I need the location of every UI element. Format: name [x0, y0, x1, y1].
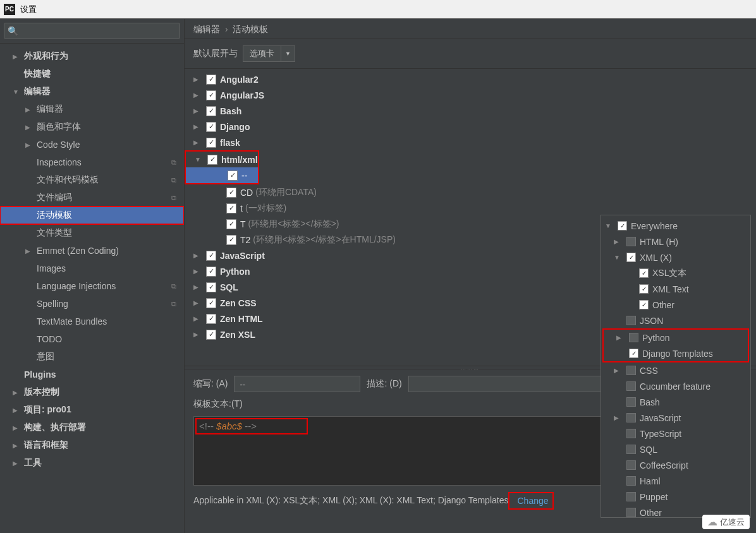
context-item[interactable]: ▶HTML (H)	[601, 234, 750, 249]
checkbox[interactable]	[626, 508, 636, 517]
template-group-item[interactable]: ▶AngularJS	[185, 87, 756, 103]
sidebar-item-17[interactable]: 意图	[0, 348, 184, 366]
checkbox[interactable]	[626, 366, 636, 375]
template-group-item[interactable]: ▶flask	[185, 135, 756, 150]
template-child-item[interactable]: CD(环绕用CDATA)	[185, 184, 756, 200]
checkbox[interactable]	[639, 300, 649, 309]
checkbox[interactable]	[629, 333, 638, 342]
sidebar-item-23[interactable]: ▶工具	[0, 454, 184, 472]
sidebar-item-6[interactable]: Inspections⧉	[0, 153, 184, 171]
checkbox[interactable]	[626, 237, 636, 246]
sidebar-item-13[interactable]: Language Injections⧉	[0, 277, 184, 295]
checkbox[interactable]	[639, 284, 649, 294]
window-title: 设置	[20, 4, 37, 15]
checkbox[interactable]	[206, 122, 216, 132]
checkbox[interactable]	[206, 90, 216, 100]
sidebar-item-20[interactable]: ▶项目: pro01	[0, 401, 184, 419]
change-link[interactable]: Change	[517, 496, 548, 506]
context-item[interactable]: ▶Python	[604, 330, 748, 345]
checkbox[interactable]	[626, 476, 636, 486]
sidebar-item-15[interactable]: TextMate Bundles	[0, 313, 184, 330]
context-type-panel[interactable]: ▼Everywhere▶HTML (H)▼XML (X)XSL文本XML Tex…	[601, 215, 751, 518]
sidebar-item-0[interactable]: ▶外观和行为	[0, 47, 184, 65]
template-group-item[interactable]: ▶Bash	[185, 103, 756, 119]
settings-tree[interactable]: ▶外观和行为快捷键▼编辑器▶编辑器▶颜色和字体▶Code StyleInspec…	[0, 44, 184, 533]
sidebar-item-label: 意图	[37, 351, 184, 362]
checkbox[interactable]	[206, 330, 216, 340]
checkbox[interactable]	[206, 75, 216, 85]
template-group-item[interactable]: ▶Angular2	[185, 71, 756, 87]
checkbox[interactable]	[206, 106, 216, 116]
checkbox[interactable]	[626, 413, 636, 422]
checkbox[interactable]	[626, 460, 636, 470]
checkbox[interactable]	[206, 282, 216, 292]
context-item[interactable]: CoffeeScript	[601, 457, 750, 473]
template-child-item[interactable]: --	[186, 167, 258, 183]
context-item[interactable]: ▶JavaScript	[601, 410, 750, 426]
checkbox[interactable]	[206, 314, 216, 324]
checkbox[interactable]	[207, 155, 217, 165]
context-item[interactable]: Haml	[601, 473, 750, 489]
sidebar-item-22[interactable]: ▶语言和框架	[0, 436, 184, 454]
checkbox[interactable]	[626, 253, 636, 262]
checkbox[interactable]	[626, 492, 636, 501]
checkbox[interactable]	[226, 203, 236, 213]
checkbox[interactable]	[618, 221, 627, 231]
sidebar-item-3[interactable]: ▶编辑器	[0, 100, 184, 118]
checkbox[interactable]	[629, 349, 638, 358]
context-item[interactable]: XML Text	[601, 281, 750, 297]
context-item[interactable]: ▶CSS	[601, 362, 750, 378]
sidebar-item-19[interactable]: ▶版本控制	[0, 383, 184, 401]
sidebar-item-2[interactable]: ▼编辑器	[0, 83, 184, 100]
sidebar-item-label: 版本控制	[24, 386, 184, 398]
context-item[interactable]: JSON	[601, 313, 750, 328]
context-item[interactable]: Puppet	[601, 489, 750, 505]
sidebar-item-18[interactable]: Plugins	[0, 366, 184, 383]
checkbox[interactable]	[626, 381, 636, 391]
sidebar-item-16[interactable]: TODO	[0, 330, 184, 348]
search-input[interactable]	[4, 23, 180, 39]
checkbox[interactable]	[206, 298, 216, 308]
template-group-item[interactable]: ▼html/xml	[186, 152, 258, 167]
checkbox[interactable]	[626, 429, 636, 438]
checkbox[interactable]	[226, 188, 236, 198]
context-item[interactable]: Bash	[601, 394, 750, 410]
chevron-icon: ▶	[193, 315, 202, 322]
checkbox[interactable]	[626, 316, 636, 325]
sidebar-item-9[interactable]: 活动模板	[0, 207, 184, 224]
sidebar-item-12[interactable]: Images	[0, 260, 184, 277]
context-item[interactable]: ▼XML (X)	[601, 249, 750, 265]
checkbox[interactable]	[206, 138, 216, 148]
checkbox[interactable]	[626, 397, 636, 407]
checkbox[interactable]	[226, 219, 236, 229]
sidebar-item-11[interactable]: ▶Emmet (Zen Coding)	[0, 242, 184, 260]
checkbox[interactable]	[228, 171, 238, 181]
sidebar-item-21[interactable]: ▶构建、执行部署	[0, 419, 184, 436]
expand-select[interactable]: 选项卡 ▼	[243, 45, 295, 62]
template-child-item[interactable]: t(一对标签)	[185, 200, 756, 216]
sidebar-item-5[interactable]: ▶Code Style	[0, 136, 184, 153]
context-item[interactable]: SQL	[601, 441, 750, 457]
sidebar-item-14[interactable]: Spelling⧉	[0, 295, 184, 313]
context-item[interactable]: ▼Everywhere	[601, 218, 750, 234]
title-bar: PC 设置	[0, 0, 756, 19]
template-group-item[interactable]: ▶Django	[185, 119, 756, 135]
context-item[interactable]: Other	[601, 297, 750, 313]
abbrev-input[interactable]	[234, 376, 360, 392]
checkbox[interactable]	[226, 235, 236, 245]
sidebar-item-1[interactable]: 快捷键	[0, 65, 184, 83]
sidebar-item-4[interactable]: ▶颜色和字体	[0, 118, 184, 136]
context-item[interactable]: Django Templates	[604, 345, 748, 361]
sidebar-item-8[interactable]: 文件编码⧉	[0, 189, 184, 207]
breadcrumb-a[interactable]: 编辑器	[193, 24, 220, 34]
context-item[interactable]: Cucumber feature	[601, 378, 750, 394]
sidebar-item-10[interactable]: 文件类型	[0, 224, 184, 242]
checkbox[interactable]	[206, 251, 216, 261]
context-item[interactable]: TypeScript	[601, 426, 750, 441]
context-item[interactable]: XSL文本	[601, 265, 750, 281]
checkbox[interactable]	[626, 445, 636, 454]
checkbox[interactable]	[206, 266, 216, 277]
search-bar: 🔍	[0, 19, 184, 44]
checkbox[interactable]	[639, 268, 649, 278]
sidebar-item-7[interactable]: 文件和代码模板⧉	[0, 171, 184, 189]
